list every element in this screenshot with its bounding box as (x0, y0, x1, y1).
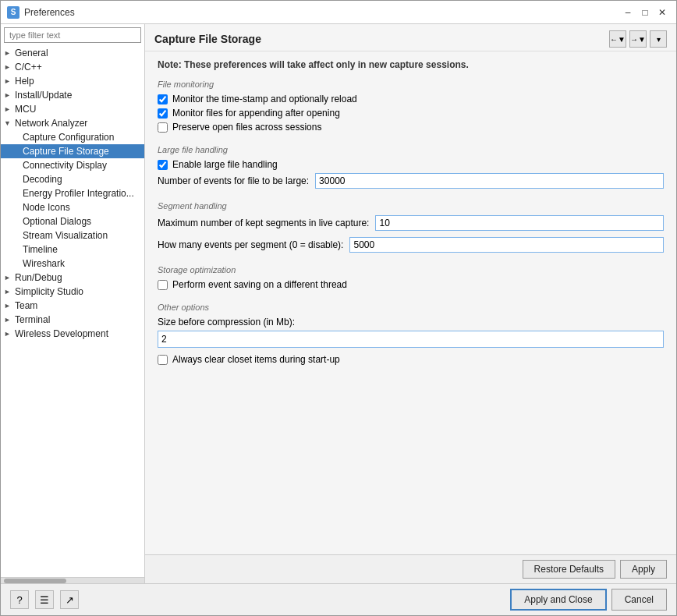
right-panel: Capture File Storage ←▼ →▼ ▾ Note: These… (145, 24, 676, 583)
sidebar-item-network-analyzer[interactable]: ▼ Network Analyzer (1, 116, 144, 130)
sidebar-label: Terminal (15, 314, 50, 325)
forward-button[interactable]: →▼ (629, 30, 647, 48)
footer-right: Apply and Close Cancel (510, 589, 667, 611)
apply-and-close-button[interactable]: Apply and Close (510, 589, 606, 611)
sidebar-tree: ► General ► C/C++ ► Help ► Install/Updat… (1, 46, 144, 577)
checkbox-row-storage: Perform event saving on a different thre… (158, 279, 664, 290)
checkbox-storage-label: Perform event saving on a different thre… (172, 279, 347, 290)
storage-section: Storage optimization Perform event savin… (158, 265, 664, 290)
filter-input[interactable] (4, 27, 141, 43)
segment-label: Segment handling (158, 201, 664, 211)
sidebar-item-help[interactable]: ► Help (1, 74, 144, 88)
sidebar-label: MCU (15, 104, 36, 115)
expand-arrow: ► (4, 330, 15, 338)
note-text: Note: These preferences will take affect… (158, 59, 664, 70)
events-per-segment-row: How many events per segment (0 = disable… (158, 237, 664, 253)
panel-header: Capture File Storage ←▼ →▼ ▾ (145, 24, 676, 51)
preferences-window: S Preferences – □ ✕ ► General ► C/C++ (0, 0, 677, 616)
size-label: Size before compression (in Mb): (158, 317, 664, 327)
sidebar-label: C/C++ (15, 62, 42, 73)
help-icon: ? (16, 594, 22, 606)
sidebar-item-capture-file[interactable]: Capture File Storage (1, 144, 144, 158)
expand-arrow: ► (4, 105, 15, 113)
checkbox-monitor[interactable] (158, 108, 168, 119)
checkbox-timestamp-label: Monitor the time-stamp and optionally re… (172, 94, 357, 104)
sidebar-item-wireless[interactable]: ► Wireless Development (1, 327, 144, 341)
sidebar-label: Wireless Development (15, 328, 108, 339)
close-button[interactable]: ✕ (654, 5, 670, 20)
expand-arrow: ▼ (4, 119, 15, 127)
checkbox-storage[interactable] (158, 280, 168, 290)
sidebar-item-timeline[interactable]: Timeline (1, 243, 144, 257)
minimize-button[interactable]: – (620, 5, 636, 20)
events-for-large-row: Number of events for file to be large: (158, 173, 664, 189)
sidebar-label: Team (15, 300, 37, 311)
sidebar-item-run-debug[interactable]: ► Run/Debug (1, 271, 144, 285)
panel-nav: ←▼ →▼ ▾ (609, 30, 667, 48)
checkbox-clear-label: Always clear closet items during start-u… (172, 354, 340, 365)
sidebar-item-simplicity[interactable]: ► Simplicity Studio (1, 285, 144, 299)
other-label: Other options (158, 303, 664, 312)
scroll-thumb[interactable] (4, 579, 66, 583)
checkbox-row-monitor: Monitor files for appending after openin… (158, 108, 664, 119)
menu-button[interactable]: ▾ (650, 30, 667, 48)
sidebar-item-mcu[interactable]: ► MCU (1, 102, 144, 116)
export-button[interactable]: ↗ (60, 590, 79, 609)
expand-arrow: ► (4, 63, 15, 71)
sidebar-label: Run/Debug (15, 272, 62, 283)
sidebar: ► General ► C/C++ ► Help ► Install/Updat… (1, 24, 145, 583)
max-segments-input[interactable] (375, 215, 664, 231)
panel-title: Capture File Storage (154, 33, 261, 45)
expand-arrow: ► (4, 91, 15, 99)
max-segments-label: Maximum number of kept segments in live … (158, 218, 369, 228)
expand-arrow: ► (4, 274, 15, 281)
apply-button[interactable]: Apply (620, 560, 667, 579)
sidebar-item-install[interactable]: ► Install/Update (1, 88, 144, 102)
sidebar-item-connectivity[interactable]: Connectivity Display (1, 158, 144, 172)
sidebar-item-optional[interactable]: Optional Dialogs (1, 214, 144, 228)
size-input[interactable] (158, 331, 664, 348)
restore-defaults-button[interactable]: Restore Defaults (523, 560, 615, 579)
sidebar-item-decoding[interactable]: Decoding (1, 172, 144, 186)
sidebar-scrollbar[interactable] (1, 577, 144, 583)
file-monitoring-section: File monitoring Monitor the time-stamp a… (158, 80, 664, 133)
sidebar-item-capture-config[interactable]: Capture Configuration (1, 130, 144, 144)
other-section: Other options Size before compression (i… (158, 303, 664, 365)
expand-arrow: ► (4, 288, 15, 296)
sidebar-label: Network Analyzer (15, 118, 87, 129)
title-bar: S Preferences – □ ✕ (1, 1, 676, 24)
sidebar-item-team[interactable]: ► Team (1, 299, 144, 313)
help-button[interactable]: ? (10, 590, 29, 609)
storage-label: Storage optimization (158, 265, 664, 274)
expand-arrow: ► (4, 77, 15, 85)
checkbox-enable-large[interactable] (158, 160, 168, 170)
events-for-large-label: Number of events for file to be large: (158, 175, 309, 186)
events-for-large-input[interactable] (315, 173, 664, 189)
window-title: Preferences (24, 7, 75, 18)
sidebar-item-energy[interactable]: Energy Profiler Integratio... (1, 186, 144, 200)
checkbox-enable-large-label: Enable large file handling (172, 159, 278, 170)
maximize-button[interactable]: □ (637, 5, 653, 20)
sidebar-item-stream[interactable]: Stream Visualization (1, 228, 144, 243)
sidebar-item-terminal[interactable]: ► Terminal (1, 313, 144, 327)
max-segments-row: Maximum number of kept segments in live … (158, 215, 664, 231)
checkbox-preserve-label: Preserve open files across sessions (172, 122, 321, 133)
list-button[interactable]: ☰ (35, 590, 54, 609)
app-icon: S (7, 6, 19, 19)
sidebar-item-cpp[interactable]: ► C/C++ (1, 60, 144, 74)
panel-content: Note: These preferences will take affect… (145, 51, 676, 554)
checkbox-row-enable-large: Enable large file handling (158, 159, 664, 170)
cancel-button[interactable]: Cancel (611, 589, 667, 611)
back-button[interactable]: ←▼ (609, 30, 626, 48)
checkbox-preserve[interactable] (158, 122, 168, 133)
sidebar-label: Install/Update (15, 90, 72, 101)
bottom-bar: Restore Defaults Apply (145, 554, 676, 583)
file-monitoring-label: File monitoring (158, 80, 664, 89)
checkbox-timestamp[interactable] (158, 94, 168, 104)
checkbox-row-preserve: Preserve open files across sessions (158, 122, 664, 133)
checkbox-clear[interactable] (158, 355, 168, 365)
sidebar-item-wireshark[interactable]: Wireshark (1, 257, 144, 271)
events-per-segment-input[interactable] (349, 237, 664, 253)
sidebar-item-node-icons[interactable]: Node Icons (1, 200, 144, 214)
sidebar-item-general[interactable]: ► General (1, 46, 144, 60)
